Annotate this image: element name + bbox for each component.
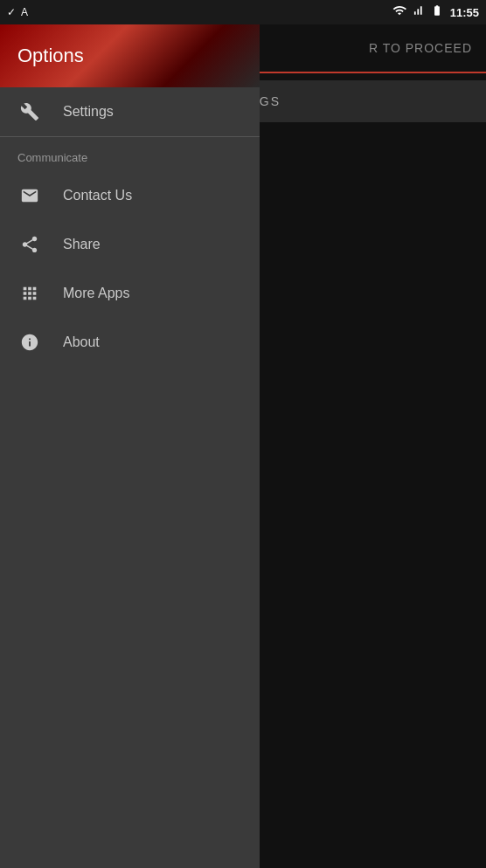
communicate-section-header: Communicate: [0, 137, 260, 171]
proceed-text: R TO PROCEED: [369, 41, 472, 55]
alert-icon: A: [21, 6, 28, 18]
grid-icon: [17, 281, 42, 306]
envelope-icon: [17, 183, 42, 208]
more-apps-label: More Apps: [63, 286, 129, 301]
share-icon: [17, 232, 42, 257]
contact-us-label: Contact Us: [63, 188, 132, 203]
drawer-header: Options: [0, 24, 260, 87]
about-label: About: [63, 334, 100, 350]
drawer-body: Settings Communicate Contact Us Share: [0, 87, 260, 868]
drawer-title: Options: [17, 45, 84, 67]
check-icon: ✓: [7, 6, 16, 18]
drawer-item-about[interactable]: About: [0, 318, 260, 367]
battery-icon: [429, 4, 445, 20]
status-bar-left: ✓ A: [7, 6, 28, 18]
status-bar: ✓ A 11:55: [0, 0, 486, 24]
drawer-item-share[interactable]: Share: [0, 220, 260, 269]
settings-label: Settings: [63, 104, 114, 120]
drawer-item-settings[interactable]: Settings: [0, 87, 260, 136]
drawer-item-contact-us[interactable]: Contact Us: [0, 171, 260, 220]
drawer: Options Settings Communicate Contact Us: [0, 24, 260, 868]
wifi-icon: [392, 3, 406, 21]
signal-icon: [412, 4, 424, 20]
status-bar-right: 11:55: [392, 3, 479, 21]
info-icon: [17, 330, 42, 355]
status-time: 11:55: [450, 6, 479, 19]
drawer-item-more-apps[interactable]: More Apps: [0, 269, 260, 318]
share-label: Share: [63, 237, 101, 252]
wrench-icon: [17, 100, 42, 124]
